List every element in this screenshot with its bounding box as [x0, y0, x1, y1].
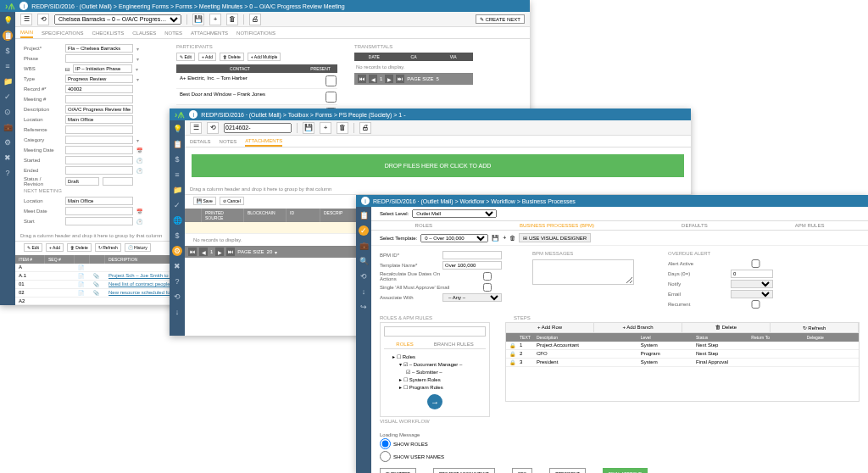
input-location[interactable] [65, 115, 133, 124]
input-reference[interactable] [65, 125, 133, 134]
visual-designer-button[interactable]: ⊞ USE VISUAL DESIGNER [519, 233, 591, 242]
select-email[interactable] [731, 290, 773, 298]
refresh-icon[interactable]: ⟲ [207, 122, 219, 134]
sidebar-icon-active[interactable]: ⚙ [172, 246, 182, 256]
sidebar-icon[interactable]: 📋 [359, 210, 369, 220]
input-description[interactable] [65, 105, 133, 114]
textarea-bpm-messages[interactable] [532, 259, 634, 285]
check-alert-active[interactable] [725, 259, 787, 268]
breadcrumb[interactable]: REDP/SID/2016 · (Outlet Mall) > Engineer… [31, 3, 344, 9]
tree-item[interactable]: ▸ ☐ Roles [384, 353, 486, 360]
radio-show-roles[interactable] [380, 438, 391, 449]
sidebar-icon[interactable]: ⟲ [359, 271, 369, 281]
tab-details[interactable]: DETAILS [190, 137, 211, 146]
save-icon[interactable]: 💾 [492, 235, 499, 242]
participant-row[interactable]: Best Door and Window – Frank Jones [176, 91, 337, 105]
file-dropzone[interactable]: DROP FILES HERE OR CLICK TO ADD [192, 154, 684, 177]
arrow-button[interactable]: → [427, 394, 442, 409]
delete-button[interactable]: 🗑 Delete [220, 53, 244, 61]
sidebar-icon[interactable]: 📁 [172, 185, 182, 195]
tab-attachments[interactable]: ATTACHMENTS [245, 136, 282, 147]
sidebar-icon[interactable]: $ [172, 154, 182, 164]
refresh-icon[interactable]: ⟲ [37, 14, 49, 25]
sidebar-icon[interactable]: $ [3, 46, 13, 56]
sidebar-icon[interactable]: $ [172, 231, 182, 241]
tree-item[interactable]: ▸ ☐ System Roles [384, 376, 486, 383]
sidebar-icon[interactable]: 💼 [3, 122, 13, 132]
input-started[interactable] [65, 156, 133, 164]
select-level[interactable]: Outlet Mall [412, 209, 497, 218]
subtab-roles[interactable]: ROLES [415, 223, 432, 228]
sidebar-icon[interactable]: ✖ [3, 153, 13, 163]
history-button[interactable]: 🕐 History [125, 243, 151, 252]
save-button[interactable]: 💾 Save [193, 197, 216, 205]
step-row[interactable]: 🔒3PresidentSystemFinal Approval [506, 359, 859, 367]
pager-last[interactable]: ⏭ [226, 248, 235, 256]
sidebar-icon-active[interactable]: ✓ [359, 225, 369, 236]
sidebar-icon[interactable]: 💡 [172, 124, 182, 134]
subtab-defaults[interactable]: DEFAULTS [682, 223, 708, 228]
sidebar-icon[interactable]: ✓ [3, 92, 13, 102]
input-meeting[interactable] [65, 95, 133, 103]
add-icon[interactable]: + [209, 14, 221, 25]
input-category[interactable] [65, 136, 133, 144]
sidebar-icon[interactable]: 💼 [359, 241, 369, 251]
sidebar-icon[interactable]: ↪ [359, 302, 369, 312]
sidebar-icon[interactable]: ⊙ [3, 107, 13, 117]
pager-first[interactable]: ⏮ [358, 75, 366, 83]
input-template-name[interactable] [442, 261, 502, 270]
refresh-button[interactable]: ↻ Refresh [771, 323, 859, 332]
sidebar-icon[interactable]: ? [3, 168, 13, 178]
input-meeting-date[interactable] [65, 146, 133, 154]
tab-checklists[interactable]: CHECKLISTS [92, 29, 125, 37]
breadcrumb[interactable]: REDP/SID/2016 · (Outlet Mall) > Toolbox … [201, 112, 405, 118]
tab-specifications[interactable]: SPECIFICATIONS [42, 29, 84, 37]
sidebar-icon[interactable]: 🔍 [359, 256, 369, 266]
add-row-button[interactable]: + Add Row [506, 323, 594, 332]
step-row[interactable]: 🔒2CFOProgramNext Step [506, 350, 859, 359]
sidebar-icon[interactable]: 📋 [172, 139, 182, 149]
radio-show-users[interactable] [380, 451, 391, 462]
rules-search[interactable] [384, 326, 486, 337]
select-template[interactable]: 0 – Over 100,000 [420, 234, 488, 242]
menu-icon[interactable]: ☰ [20, 14, 32, 25]
save-icon[interactable]: 💾 [303, 122, 314, 134]
tab-notes[interactable]: NOTES [164, 29, 182, 37]
sidebar-icon[interactable]: 📁 [3, 76, 13, 86]
input-wbs[interactable] [73, 64, 132, 73]
sidebar-icon[interactable]: ↓ [172, 307, 182, 317]
sidebar-icon[interactable]: ⟲ [172, 292, 182, 302]
rules-tab-roles[interactable]: ROLES [394, 340, 415, 348]
rules-tab-branch[interactable]: BRANCH RULES [432, 340, 476, 348]
step-row[interactable]: 🔒1Project AccountantSystemNext Step [506, 342, 859, 350]
tree-item[interactable]: ▸ ☐ Program Roles [384, 383, 486, 391]
input-next-date[interactable] [65, 207, 133, 215]
input-days[interactable] [731, 270, 773, 278]
print-icon[interactable]: 🖨 [249, 14, 261, 25]
print-icon[interactable]: 🖨 [359, 122, 371, 134]
tree-item[interactable]: ▾ ☑ – Document Manager – [384, 360, 486, 368]
input-next-location[interactable] [65, 197, 133, 205]
subtab-bpm[interactable]: BUSINESS PROCESSES (BPM) [520, 223, 594, 228]
search-input[interactable] [224, 123, 292, 133]
add-icon[interactable]: + [503, 235, 506, 241]
add-branch-button[interactable]: + Add Branch [594, 323, 682, 332]
delete-button[interactable]: 🗑 Delete [682, 323, 771, 332]
input-status[interactable] [65, 177, 99, 186]
pager-next[interactable]: ▶ [385, 75, 393, 83]
pager-prev[interactable]: ◀ [369, 75, 377, 83]
add-multiple-button[interactable]: + Add Multiple [248, 53, 281, 61]
delete-icon[interactable]: 🗑 [337, 122, 348, 134]
info-icon[interactable]: i [361, 197, 370, 205]
project-selector[interactable]: Chelsea Barracks – 0 – O/A/C Progres… [54, 14, 181, 25]
create-next-button[interactable]: ✎ CREATE NEXT [476, 14, 525, 24]
sidebar-icon[interactable]: ✖ [172, 261, 182, 271]
tab-attachments[interactable]: ATTACHMENTS [191, 29, 228, 37]
wf-node-final[interactable]: FINAL APPROVE [603, 468, 648, 473]
add-button[interactable]: + Add [46, 243, 64, 252]
sidebar-icon[interactable]: ↓ [359, 287, 369, 297]
tree-item[interactable]: ☑ – Submitter – [384, 368, 486, 376]
cancel-button[interactable]: ⊘ Cancel [220, 197, 244, 205]
input-record[interactable] [65, 85, 133, 93]
sidebar-icon[interactable]: ⚙ [3, 137, 13, 147]
